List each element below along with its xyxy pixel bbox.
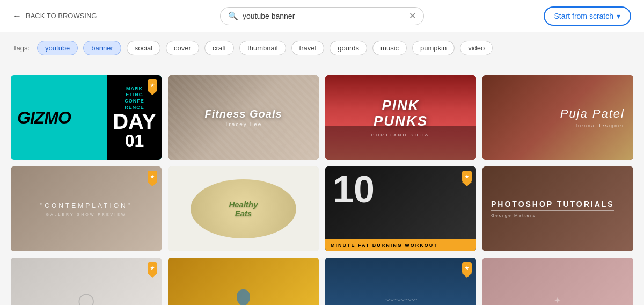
tag-video[interactable]: video bbox=[460, 41, 493, 55]
tag-youtube[interactable]: youtube bbox=[37, 41, 78, 55]
workout-number: 10 bbox=[333, 171, 375, 208]
search-input[interactable] bbox=[243, 12, 405, 20]
gizmo-day-num: 01 bbox=[125, 132, 144, 149]
tag-music[interactable]: music bbox=[372, 41, 407, 55]
start-from-scratch-button[interactable]: Start from scratch ▾ bbox=[544, 6, 631, 26]
pro-star-icon bbox=[150, 175, 155, 179]
pro-badge bbox=[462, 262, 472, 274]
header: ← BACK TO BROWSING 🔍 ✕ Start from scratc… bbox=[0, 0, 644, 32]
tag-travel[interactable]: travel bbox=[291, 41, 325, 55]
template-card-fitness[interactable]: Fitness Goals Tracey Lee bbox=[168, 75, 319, 160]
template-card-healthy-eats[interactable]: HealthyEats bbox=[168, 166, 319, 251]
template-card-row3-2[interactable]: 👤 bbox=[168, 258, 319, 305]
tag-cover[interactable]: cover bbox=[166, 41, 199, 55]
gizmo-day-label: DAY bbox=[113, 111, 156, 132]
pro-badge bbox=[462, 171, 472, 183]
puja-name: Puja Patel bbox=[560, 107, 625, 121]
pro-star-icon bbox=[465, 266, 469, 270]
template-grid: GIZMO MARKETINGCONFERENCE DAY 01 Fitness… bbox=[0, 64, 644, 305]
fitness-title: Fitness Goals bbox=[204, 108, 282, 120]
puja-subtitle: henna designer bbox=[576, 123, 625, 128]
template-card-photoshop[interactable]: PHOTOSHOP TUTORIALS George Matters bbox=[482, 166, 633, 251]
template-card-row3-4[interactable]: ✦ bbox=[482, 258, 633, 305]
search-bar: 🔍 ✕ bbox=[220, 7, 424, 25]
search-icon: 🔍 bbox=[228, 11, 238, 21]
pro-badge bbox=[148, 79, 157, 91]
tag-craft[interactable]: craft bbox=[204, 41, 234, 55]
chevron-down-icon: ▾ bbox=[617, 12, 620, 20]
tag-thumbnail[interactable]: thumbnail bbox=[239, 41, 286, 55]
row3-1-decoration: ◯ bbox=[78, 292, 94, 305]
row3-3-wave: 〰〰〰 bbox=[385, 294, 417, 305]
pro-star-icon bbox=[150, 266, 155, 270]
template-card-row3-1[interactable]: ◯ bbox=[11, 258, 162, 305]
tag-social[interactable]: social bbox=[127, 41, 160, 55]
tags-label: Tags: bbox=[13, 44, 30, 52]
pro-badge bbox=[148, 171, 157, 183]
template-card-gizmo[interactable]: GIZMO MARKETINGCONFERENCE DAY 01 bbox=[11, 75, 162, 160]
template-card-workout[interactable]: 10 MINUTE FAT BURNING WORKOUT bbox=[325, 166, 476, 251]
fitness-subtitle: Tracey Lee bbox=[225, 121, 262, 127]
pink-punks-subtitle: PORTLAND SHOW bbox=[371, 133, 430, 137]
gizmo-subtitle: MARKETINGCONFERENCE bbox=[125, 86, 144, 111]
tag-pumpkin[interactable]: pumpkin bbox=[412, 41, 455, 55]
pro-star-icon bbox=[150, 83, 155, 88]
back-label: BACK TO BROWSING bbox=[26, 12, 97, 20]
start-scratch-label: Start from scratch bbox=[554, 12, 613, 20]
template-card-row3-3[interactable]: 〰〰〰 bbox=[325, 258, 476, 305]
search-bar-container: 🔍 ✕ bbox=[220, 7, 424, 25]
tag-gourds[interactable]: gourds bbox=[330, 41, 367, 55]
gizmo-title: GIZMO bbox=[17, 109, 103, 126]
pro-star-icon bbox=[465, 175, 469, 179]
workout-subtitle: MINUTE FAT BURNING WORKOUT bbox=[331, 243, 471, 248]
row3-4-text: ✦ bbox=[554, 295, 562, 305]
pro-badge bbox=[148, 262, 157, 274]
clear-search-button[interactable]: ✕ bbox=[409, 12, 416, 20]
photoshop-title: PHOTOSHOP TUTORIALS bbox=[491, 200, 614, 211]
tag-banner[interactable]: banner bbox=[83, 41, 121, 55]
template-card-contemplation[interactable]: "CONTEMPLATION" GALLERY SHOW PREVIEW bbox=[11, 166, 162, 251]
photoshop-subtitle: George Matters bbox=[491, 213, 536, 218]
healthy-eats-title: HealthyEats bbox=[229, 200, 258, 218]
contemplation-title: "CONTEMPLATION" bbox=[40, 202, 132, 209]
template-card-pink-punks[interactable]: PINKPUNKS PORTLAND SHOW bbox=[325, 75, 476, 160]
template-card-puja-patel[interactable]: Puja Patel henna designer bbox=[482, 75, 633, 160]
row3-2-figure: 👤 bbox=[231, 289, 255, 305]
contemplation-subtitle: GALLERY SHOW PREVIEW bbox=[46, 213, 127, 216]
pink-punks-title: PINKPUNKS bbox=[374, 98, 428, 128]
back-button[interactable]: ← BACK TO BROWSING bbox=[13, 11, 97, 21]
back-arrow-icon: ← bbox=[13, 11, 21, 21]
tags-bar: Tags: youtube banner social cover craft … bbox=[0, 32, 644, 64]
